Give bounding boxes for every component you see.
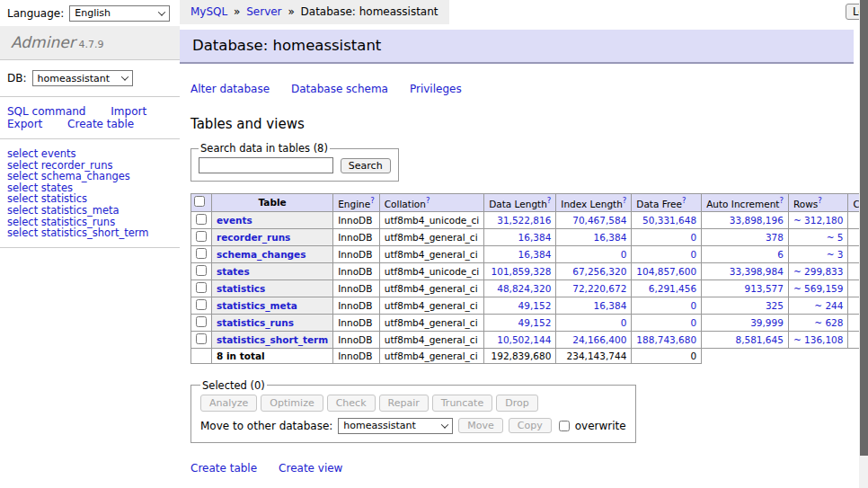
row-checkbox[interactable] xyxy=(196,231,207,242)
auto-increment-link[interactable]: 6 xyxy=(777,249,784,260)
create-link[interactable]: Create view xyxy=(279,462,342,475)
sidebar-link-import[interactable]: Import xyxy=(111,105,146,118)
total-data-length: 192,839,680 xyxy=(484,348,556,363)
db-action-link[interactable]: Database schema xyxy=(291,83,388,95)
table-name-link[interactable]: schema_changes xyxy=(217,249,306,260)
help-link[interactable]: ? xyxy=(426,196,430,205)
db-action-link[interactable]: Alter database xyxy=(190,83,270,95)
data-free-link[interactable]: 104,857,600 xyxy=(636,266,696,277)
help-link[interactable]: ? xyxy=(370,196,375,205)
auto-increment-link[interactable]: 378 xyxy=(766,232,784,243)
column-header-table: Table xyxy=(212,194,333,212)
sidebar-link-export[interactable]: Export xyxy=(7,118,42,130)
auto-increment-link[interactable]: 325 xyxy=(766,300,784,311)
tables-table-header: Table Engine? Collation? Data Length? In… xyxy=(191,194,868,212)
breadcrumb-link-server[interactable]: Server xyxy=(246,5,281,18)
index-length-link[interactable]: 16,384 xyxy=(594,232,627,243)
data-length-link[interactable]: 49,152 xyxy=(518,317,552,328)
create-link[interactable]: Create table xyxy=(190,462,257,475)
help-link[interactable]: ? xyxy=(818,196,822,205)
data-length-link[interactable]: 48,824,320 xyxy=(497,283,551,294)
index-length-link[interactable]: 0 xyxy=(621,249,627,260)
row-checkbox[interactable] xyxy=(196,333,207,344)
auto-increment-link[interactable]: 913,577 xyxy=(745,283,784,294)
db-select[interactable]: homeassistant xyxy=(32,70,133,86)
data-free-link[interactable]: 0 xyxy=(690,300,696,311)
bulk-action-button: Truncate xyxy=(432,395,492,412)
auto-increment-link[interactable]: 8,581,645 xyxy=(735,334,783,345)
table-name-link[interactable]: statistics xyxy=(217,283,265,294)
help-link[interactable]: ? xyxy=(547,196,552,205)
total-label: 8 in total xyxy=(212,348,333,363)
data-length-link[interactable]: 16,384 xyxy=(518,232,552,243)
rows-count-link[interactable]: ~ 628 xyxy=(814,317,843,328)
table-name-link[interactable]: statistics_short_term xyxy=(217,334,328,345)
language-select-value: English xyxy=(75,7,111,19)
rows-count-link[interactable]: ~ 569,159 xyxy=(793,283,844,294)
table-name-link[interactable]: events xyxy=(217,215,252,226)
data-free-link[interactable]: 0 xyxy=(690,249,696,260)
language-select[interactable]: English xyxy=(69,5,170,22)
sidebar-select-table-link[interactable]: select schema_changes xyxy=(7,171,180,182)
data-free-link[interactable]: 0 xyxy=(690,232,696,243)
table-name-link[interactable]: states xyxy=(217,266,250,277)
select-all-checkbox[interactable] xyxy=(194,196,205,207)
index-length-link[interactable]: 0 xyxy=(621,317,627,328)
data-length-link[interactable]: 31,522,816 xyxy=(497,215,551,226)
data-length-link[interactable]: 101,859,328 xyxy=(492,266,552,277)
search-button[interactable]: Search xyxy=(341,158,391,173)
data-length-link[interactable]: 49,152 xyxy=(518,300,552,311)
auto-increment-link[interactable]: 33,398,984 xyxy=(730,266,784,277)
data-free-link[interactable]: 6,291,456 xyxy=(649,283,696,294)
rows-count-link[interactable]: ~ 312,180 xyxy=(793,215,844,226)
db-action-link[interactable]: Privileges xyxy=(410,83,462,95)
search-input[interactable] xyxy=(199,157,333,173)
row-checkbox[interactable] xyxy=(196,299,207,310)
sidebar-select-table-link[interactable]: select statistics_meta xyxy=(7,205,180,217)
scrollbar[interactable] xyxy=(859,0,868,488)
language-row: Language: English xyxy=(0,0,180,26)
row-checkbox[interactable] xyxy=(196,214,207,225)
index-length-link[interactable]: 67,256,320 xyxy=(572,266,626,277)
data-length-link[interactable]: 16,384 xyxy=(518,249,552,260)
selected-legend: Selected (0) xyxy=(200,379,267,392)
data-free-link[interactable]: 50,331,648 xyxy=(642,215,696,226)
row-checkbox[interactable] xyxy=(196,248,207,259)
data-length-link[interactable]: 10,502,144 xyxy=(497,334,551,345)
table-name-link[interactable]: statistics_meta xyxy=(217,300,297,311)
create-links: Create tableCreate view xyxy=(190,462,868,475)
data-free-link[interactable]: 0 xyxy=(690,317,696,328)
table-name-link[interactable]: statistics_runs xyxy=(217,317,294,328)
rows-count-link[interactable]: ~ 5 xyxy=(827,232,844,243)
rows-count-link[interactable]: ~ 244 xyxy=(814,300,843,311)
sidebar-link-sql-command[interactable]: SQL command xyxy=(7,105,85,118)
auto-increment-link[interactable]: 39,999 xyxy=(750,317,784,328)
index-length-link[interactable]: 16,384 xyxy=(594,300,627,311)
auto-increment-link[interactable]: 33,898,196 xyxy=(730,215,784,226)
sidebar-select-table-link[interactable]: select statistics_short_term xyxy=(7,227,180,239)
rows-count-link[interactable]: ~ 299,833 xyxy=(793,266,844,277)
data-free-link[interactable]: 188,743,680 xyxy=(636,334,696,345)
help-link[interactable]: ? xyxy=(623,196,627,205)
row-checkbox[interactable] xyxy=(196,265,207,276)
table-row: statistics InnoDB utf8mb4_general_ci 48,… xyxy=(191,279,868,297)
sidebar-select-table-link[interactable]: select events xyxy=(7,148,180,160)
scrollbar-thumb[interactable] xyxy=(860,0,868,456)
breadcrumb-link-mysql[interactable]: MySQL xyxy=(190,5,227,18)
table-row: statistics_meta InnoDB utf8mb4_general_c… xyxy=(191,297,868,314)
overwrite-checkbox[interactable] xyxy=(559,421,570,431)
table-name-link[interactable]: recorder_runs xyxy=(217,232,290,243)
engine-cell: InnoDB xyxy=(333,262,380,279)
engine-cell: InnoDB xyxy=(333,228,380,245)
rows-count-link[interactable]: ~ 3 xyxy=(827,249,844,260)
rows-count-link[interactable]: ~ 136,108 xyxy=(793,334,844,345)
row-checkbox[interactable] xyxy=(196,282,207,293)
index-length-link[interactable]: 70,467,584 xyxy=(572,215,626,226)
sidebar-link-create-table[interactable]: Create table xyxy=(67,118,134,130)
row-checkbox[interactable] xyxy=(196,316,207,327)
help-link[interactable]: ? xyxy=(682,196,686,205)
move-db-select[interactable]: homeassistant xyxy=(338,418,453,434)
help-link[interactable]: ? xyxy=(779,196,784,205)
index-length-link[interactable]: 24,166,400 xyxy=(572,334,626,345)
index-length-link[interactable]: 72,220,672 xyxy=(572,283,626,294)
